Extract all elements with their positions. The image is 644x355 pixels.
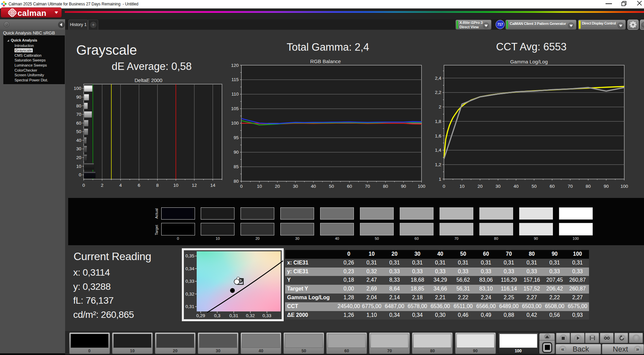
svg-text:0: 0 xyxy=(79,172,81,177)
svg-text:110: 110 xyxy=(231,92,239,97)
svg-text:1: 1 xyxy=(439,177,441,182)
svg-text:2: 2 xyxy=(101,183,104,188)
svg-text:100: 100 xyxy=(74,86,81,91)
svg-text:50: 50 xyxy=(532,184,537,189)
svg-text:0,34: 0,34 xyxy=(186,266,195,271)
svg-text:0,33: 0,33 xyxy=(262,313,271,318)
svg-text:100: 100 xyxy=(231,121,239,126)
svg-text:120: 120 xyxy=(231,63,239,68)
svg-text:40: 40 xyxy=(311,184,316,189)
svg-text:70: 70 xyxy=(365,184,370,189)
svg-text:1,4: 1,4 xyxy=(435,148,441,153)
svg-text:60: 60 xyxy=(550,184,555,189)
svg-text:1,6: 1,6 xyxy=(435,133,441,138)
svg-text:14: 14 xyxy=(210,183,216,188)
svg-text:90: 90 xyxy=(604,184,609,189)
svg-text:20: 20 xyxy=(76,155,81,160)
svg-text:10: 10 xyxy=(76,164,81,169)
svg-text:0: 0 xyxy=(443,184,445,189)
svg-text:6: 6 xyxy=(138,183,140,188)
svg-text:1,2: 1,2 xyxy=(435,162,441,167)
svg-text:80: 80 xyxy=(233,179,239,184)
svg-text:0: 0 xyxy=(82,183,85,188)
svg-text:85: 85 xyxy=(233,164,239,169)
svg-text:2,4: 2,4 xyxy=(435,76,441,81)
svg-text:80: 80 xyxy=(383,184,388,189)
svg-text:0,31: 0,31 xyxy=(186,304,194,309)
svg-text:20: 20 xyxy=(477,184,482,189)
svg-text:20: 20 xyxy=(275,184,280,189)
svg-text:0,29: 0,29 xyxy=(196,313,205,318)
svg-text:0,31: 0,31 xyxy=(229,313,238,318)
svg-text:115: 115 xyxy=(231,77,239,82)
svg-text:105: 105 xyxy=(231,106,239,111)
svg-text:95: 95 xyxy=(233,135,239,140)
svg-text:10: 10 xyxy=(459,184,465,189)
svg-text:10: 10 xyxy=(173,183,178,188)
svg-text:30: 30 xyxy=(496,184,501,189)
svg-text:12: 12 xyxy=(192,183,197,188)
svg-text:60: 60 xyxy=(76,121,81,126)
svg-text:60: 60 xyxy=(347,184,352,189)
svg-text:2,2: 2,2 xyxy=(435,90,441,95)
svg-text:90: 90 xyxy=(401,184,406,189)
svg-text:1,8: 1,8 xyxy=(435,119,441,124)
svg-text:30: 30 xyxy=(293,184,298,189)
svg-text:90: 90 xyxy=(76,95,81,100)
svg-text:0,35: 0,35 xyxy=(186,253,194,258)
svg-text:40: 40 xyxy=(513,184,519,189)
svg-text:2: 2 xyxy=(439,104,441,109)
svg-text:100: 100 xyxy=(418,184,425,189)
svg-text:80: 80 xyxy=(76,103,81,108)
svg-text:50: 50 xyxy=(76,129,81,134)
svg-text:80: 80 xyxy=(586,184,591,189)
svg-text:30: 30 xyxy=(76,146,81,151)
svg-text:10: 10 xyxy=(257,184,262,189)
svg-text:50: 50 xyxy=(329,184,334,189)
svg-text:90: 90 xyxy=(233,150,239,155)
svg-text:70: 70 xyxy=(568,184,573,189)
svg-text:70: 70 xyxy=(76,112,81,117)
svg-text:0,33: 0,33 xyxy=(186,279,194,284)
svg-text:8: 8 xyxy=(156,183,159,188)
svg-text:100: 100 xyxy=(620,184,628,189)
svg-text:4: 4 xyxy=(119,183,122,188)
svg-text:0,32: 0,32 xyxy=(246,313,255,318)
svg-text:0,3: 0,3 xyxy=(214,313,221,318)
svg-text:40: 40 xyxy=(76,138,81,143)
svg-text:0,32: 0,32 xyxy=(186,291,194,297)
svg-text:0: 0 xyxy=(240,184,243,189)
